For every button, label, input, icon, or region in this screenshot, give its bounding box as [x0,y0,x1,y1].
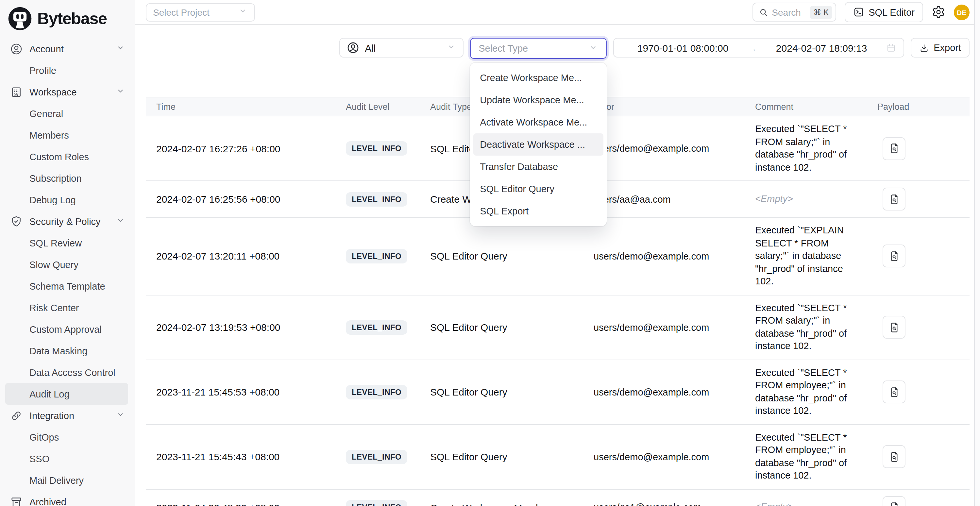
cell-time: 2024-02-07 13:20:11 +08:00 [146,217,336,295]
cell-level: LEVEL_INFO [336,295,420,360]
main-area: Select Project Search ⌘ K SQL Editor DE [135,0,980,506]
payload-button[interactable] [883,137,905,160]
chevron-down-icon [448,43,456,52]
cell-comment: <Empty> [745,181,867,217]
file-search-icon [888,250,900,262]
sidebar-item-data-masking[interactable]: Data Masking [0,340,135,361]
sidebar-nav: Account Profile Workspace General Member… [0,38,135,506]
page-scrollbar[interactable] [974,0,980,506]
table-row: 2023-11-21 15:45:53 +08:00 LEVEL_INFO SQ… [146,360,970,424]
sidebar-item-audit-log[interactable]: Audit Log [5,383,128,405]
sidebar-item-workspace[interactable]: Workspace [0,81,135,103]
file-search-icon [888,143,900,154]
cell-actor: users/demo@example.com [583,295,745,360]
menu-item-update-workspace-member[interactable]: Update Workspace Me... [470,89,607,111]
sidebar-item-sql-review[interactable]: SQL Review [0,232,135,254]
link-icon [10,409,23,422]
sidebar-item-custom-roles[interactable]: Custom Roles [0,146,135,167]
sidebar-item-members[interactable]: Members [0,124,135,146]
sidebar-item-profile[interactable]: Profile [0,59,135,81]
sidebar-item-archived[interactable]: Archived [0,491,135,506]
sidebar-item-gitops[interactable]: GitOps [0,426,135,448]
sidebar-item-risk-center[interactable]: Risk Center [0,297,135,318]
cell-level: LEVEL_INFO [336,217,420,295]
sidebar-item-integration[interactable]: Integration [0,405,135,426]
menu-item-sql-editor-query[interactable]: SQL Editor Query [470,178,607,200]
cell-time: 2023-11-21 15:45:43 +08:00 [146,424,336,489]
cell-actor: users/qa1@example.com [583,489,745,506]
sidebar-item-debug-log[interactable]: Debug Log [0,189,135,210]
brand-logo[interactable]: Bytebase [0,0,135,34]
sidebar-item-slow-query[interactable]: Slow Query [0,254,135,275]
cell-payload [867,217,970,295]
table-row: 2023-11-04 22:48:30 +08:00 LEVEL_INFO Cr… [146,489,970,506]
table-row: 2024-02-07 13:19:53 +08:00 LEVEL_INFO SQ… [146,295,970,360]
user-filter-select[interactable]: All [339,38,463,57]
shield-check-icon [10,215,23,228]
search-placeholder: Search [772,7,801,18]
download-icon [919,43,929,53]
gear-icon[interactable] [932,5,945,19]
chevron-down-icon [590,44,598,53]
sidebar-item-security-policy[interactable]: Security & Policy [0,210,135,232]
export-button[interactable]: Export [911,38,970,57]
sidebar-item-account[interactable]: Account [0,38,135,59]
cell-comment: <Empty> [745,489,867,506]
cell-actor: users/demo@example.com [583,360,745,424]
sidebar-item-mail-delivery[interactable]: Mail Delivery [0,469,135,491]
sidebar-item-label: SQL Review [29,238,82,248]
export-label: Export [934,43,961,53]
payload-button[interactable] [883,188,905,210]
sidebar-item-label: SSO [29,453,49,464]
cell-time: 2023-11-04 22:48:30 +08:00 [146,489,336,506]
menu-item-create-workspace-member[interactable]: Create Workspace Me... [470,67,607,89]
menu-item-activate-workspace-member[interactable]: Activate Workspace Me... [470,111,607,134]
cell-payload [867,360,970,424]
menu-item-transfer-database[interactable]: Transfer Database [470,156,607,178]
sidebar-item-label: Integration [29,410,74,421]
type-select[interactable]: Select Type [470,38,607,59]
cell-level: LEVEL_INFO [336,489,420,506]
menu-item-sql-export[interactable]: SQL Export [470,200,607,222]
cell-type: Create Workspace Member [420,489,583,506]
sidebar-item-label: Audit Log [29,389,70,399]
level-badge: LEVEL_INFO [346,500,407,506]
chevron-down-icon [117,45,126,53]
date-range-picker[interactable]: 1970-01-01 08:00:00 → 2024-02-07 18:09:1… [613,38,904,57]
cell-comment: Executed `"SELECT * FROM employee;"` in … [745,424,867,489]
brand-name: Bytebase [37,9,107,28]
sidebar-item-custom-approval[interactable]: Custom Approval [0,318,135,340]
project-select[interactable]: Select Project [146,3,255,21]
search-input[interactable]: Search ⌘ K [752,3,836,22]
chevron-down-icon [117,411,126,420]
type-dropdown-menu: Create Workspace Me... Update Workspace … [470,63,607,226]
sidebar-item-sso[interactable]: SSO [0,448,135,469]
sidebar-item-schema-template[interactable]: Schema Template [0,275,135,297]
sidebar-item-label: General [29,108,63,119]
payload-button[interactable] [883,445,905,468]
payload-button[interactable] [883,316,905,339]
sidebar-item-label: Security & Policy [29,216,101,226]
sidebar-item-general[interactable]: General [0,103,135,124]
payload-button[interactable] [883,496,905,506]
sidebar-item-label: Data Access Control [29,367,115,377]
col-header-payload: Payload [867,97,970,116]
payload-button[interactable] [883,380,905,403]
menu-item-deactivate-workspace-member[interactable]: Deactivate Workspace ... [473,134,603,156]
arrow-right-icon: → [747,42,757,53]
avatar[interactable]: DE [954,4,970,20]
sidebar-item-label: Account [29,43,64,54]
sidebar-item-label: Profile [29,65,56,75]
payload-button[interactable] [883,245,905,268]
level-badge: LEVEL_INFO [346,141,407,156]
cell-level: LEVEL_INFO [336,116,420,181]
sidebar-item-data-access-control[interactable]: Data Access Control [0,361,135,383]
sidebar-item-label: Risk Center [29,302,79,313]
sql-editor-label: SQL Editor [869,7,915,18]
sidebar-item-label: Data Masking [29,345,87,356]
cell-time: 2024-02-07 16:27:26 +08:00 [146,116,336,181]
sql-editor-button[interactable]: SQL Editor [844,2,923,22]
cell-actor: users/aa@aa.com [583,181,745,217]
archive-icon [10,495,23,506]
sidebar-item-subscription[interactable]: Subscription [0,167,135,189]
